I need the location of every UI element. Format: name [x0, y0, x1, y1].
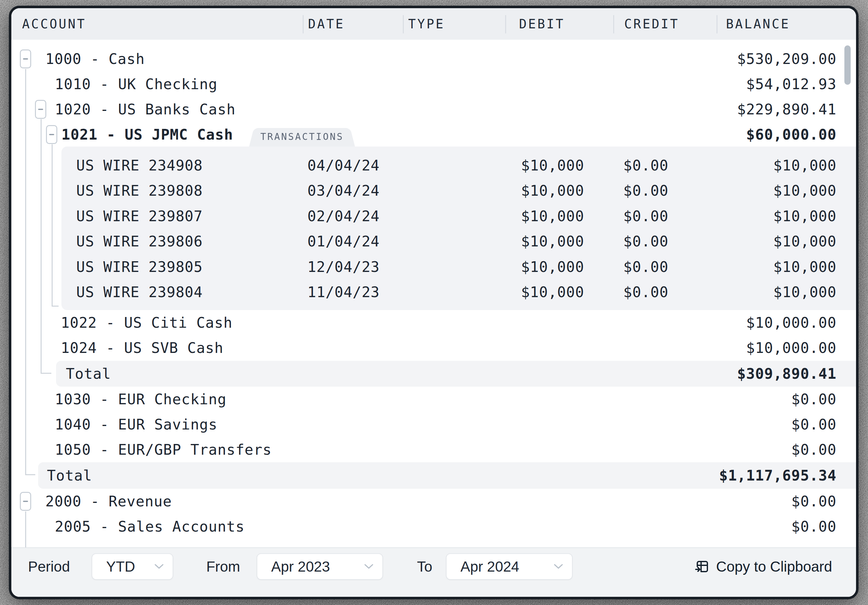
transaction-balance: $10,000	[773, 258, 837, 275]
account-row-2005[interactable]: 2005 - Sales Accounts $0.00	[11, 514, 856, 539]
to-label: To	[417, 558, 432, 575]
to-value: Apr 2024	[460, 558, 519, 575]
account-balance: $530,209.00	[737, 50, 837, 67]
chevron-down-icon	[154, 564, 164, 569]
transaction-debit: $10,000	[521, 258, 584, 275]
account-balance: $10,000.00	[746, 314, 837, 331]
transaction-credit: $0.00	[623, 208, 668, 225]
transaction-balance: $10,000	[773, 157, 837, 174]
account-label: 1021 - US JPMC Cash	[61, 126, 233, 143]
account-row-1020[interactable]: 1020 - US Banks Cash $229,890.41	[11, 97, 856, 122]
copy-table-icon	[695, 559, 710, 574]
account-row-1022[interactable]: 1022 - US Citi Cash $10,000.00	[11, 310, 856, 335]
period-dropdown[interactable]: YTD	[91, 553, 173, 580]
transaction-credit: $0.00	[623, 258, 668, 275]
scrollbar-thumb[interactable]	[845, 45, 851, 85]
transaction-debit: $10,000	[521, 284, 584, 301]
transactions-tab-label: TRANSACTIONS	[249, 126, 355, 147]
transaction-credit: $0.00	[623, 233, 668, 250]
from-value: Apr 2023	[271, 558, 330, 575]
tree-connector-grand-total	[25, 474, 35, 475]
transaction-row[interactable]: US WIRE 234908 04/04/24 $10,000 $0.00 $1…	[61, 153, 856, 178]
transaction-balance: $10,000	[773, 284, 837, 301]
grand-total-label: Total	[47, 467, 92, 484]
transaction-description: US WIRE 239806	[76, 233, 203, 250]
transaction-row[interactable]: US WIRE 239807 02/04/24 $10,000 $0.00 $1…	[61, 203, 856, 229]
account-balance: $60,000.00	[746, 126, 837, 143]
transaction-balance: $10,000	[773, 182, 837, 199]
collapse-toggle-icon[interactable]	[20, 492, 31, 511]
account-label: 2005 - Sales Accounts	[55, 518, 245, 535]
tree-connector-sub-total	[40, 373, 51, 374]
transaction-balance: $10,000	[773, 233, 837, 250]
column-separator	[716, 15, 718, 33]
account-balance: $229,890.41	[737, 101, 837, 118]
account-row-1030[interactable]: 1030 - EUR Checking $0.00	[11, 386, 856, 412]
transaction-row[interactable]: US WIRE 239808 03/04/24 $10,000 $0.00 $1…	[61, 178, 856, 203]
transaction-debit: $10,000	[521, 182, 584, 199]
account-row-1050[interactable]: 1050 - EUR/GBP Transfers $0.00	[11, 437, 856, 462]
tree-line-level2	[52, 144, 53, 306]
account-label: 1024 - US SVB Cash	[61, 340, 223, 356]
copy-to-clipboard-button[interactable]: Copy to Clipboard	[695, 553, 832, 580]
account-label: 1040 - EUR Savings	[55, 416, 218, 433]
account-row-1040[interactable]: 1040 - EUR Savings $0.00	[11, 412, 856, 437]
collapse-toggle-icon[interactable]	[35, 100, 46, 119]
account-label: 1010 - UK Checking	[55, 76, 218, 93]
account-label: 2000 - Revenue	[45, 493, 172, 510]
transaction-credit: $0.00	[623, 284, 668, 301]
transaction-description: US WIRE 239805	[76, 258, 203, 275]
transaction-row[interactable]: US WIRE 239805 12/04/23 $10,000 $0.00 $1…	[61, 254, 856, 279]
transaction-date: 01/04/24	[307, 233, 380, 250]
table-header: ACCOUNT DATE TYPE DEBIT CREDIT BALANCE	[11, 8, 856, 40]
subtotal-balance: $309,890.41	[737, 365, 837, 382]
period-label: Period	[28, 558, 70, 575]
transactions-panel: US WIRE 234908 04/04/24 $10,000 $0.00 $1…	[61, 147, 856, 310]
subtotal-label: Total	[66, 365, 111, 382]
account-label: 1050 - EUR/GBP Transfers	[55, 441, 272, 458]
column-header-date: DATE	[308, 8, 344, 40]
account-row-2000[interactable]: 2000 - Revenue $0.00	[11, 489, 856, 514]
transaction-row[interactable]: US WIRE 239806 01/04/24 $10,000 $0.00 $1…	[61, 229, 856, 254]
transaction-description: US WIRE 239808	[76, 182, 203, 199]
transaction-date: 11/04/23	[307, 284, 380, 301]
from-label: From	[206, 558, 240, 575]
account-label: 1020 - US Banks Cash	[55, 101, 236, 118]
account-row-1024[interactable]: 1024 - US SVB Cash $10,000.00	[11, 335, 856, 360]
grand-total-balance: $1,117,695.34	[719, 467, 837, 484]
transaction-description: US WIRE 239804	[76, 284, 203, 301]
transaction-credit: $0.00	[623, 182, 668, 199]
transaction-debit: $10,000	[521, 208, 584, 225]
transaction-date: 04/04/24	[307, 157, 380, 174]
transaction-debit: $10,000	[521, 157, 584, 174]
transaction-description: US WIRE 239807	[76, 208, 203, 225]
account-balance: $54,012.93	[746, 76, 837, 93]
period-value: YTD	[106, 558, 135, 575]
account-row-1000[interactable]: 1000 - Cash $530,209.00	[11, 46, 856, 71]
transaction-row[interactable]: US WIRE 239804 11/04/23 $10,000 $0.00 $1…	[61, 279, 856, 305]
account-balance: $0.00	[792, 518, 837, 535]
transaction-date: 02/04/24	[307, 208, 380, 225]
account-row-1021[interactable]: 1021 - US JPMC Cash $60,000.00	[11, 122, 856, 147]
to-dropdown[interactable]: Apr 2024	[446, 553, 573, 580]
account-balance: $0.00	[792, 493, 837, 510]
column-header-type: TYPE	[408, 8, 445, 40]
transaction-date: 12/04/23	[307, 258, 380, 275]
column-header-credit: CREDIT	[624, 8, 679, 40]
tree-connector-transactions	[52, 306, 59, 307]
transaction-date: 03/04/24	[307, 182, 380, 199]
account-balance: $10,000.00	[746, 340, 837, 356]
transaction-description: US WIRE 234908	[76, 157, 203, 174]
accounts-window: ACCOUNT DATE TYPE DEBIT CREDIT BALANCE 1…	[9, 6, 859, 599]
collapse-toggle-icon[interactable]	[20, 50, 31, 68]
column-header-account: ACCOUNT	[22, 8, 86, 40]
column-separator	[505, 15, 506, 33]
from-dropdown[interactable]: Apr 2023	[257, 553, 383, 580]
account-row-1010[interactable]: 1010 - UK Checking $54,012.93	[11, 71, 856, 97]
collapse-toggle-icon[interactable]	[46, 125, 57, 144]
column-separator	[303, 15, 304, 33]
column-header-balance: BALANCE	[726, 8, 790, 40]
account-balance: $0.00	[792, 416, 837, 433]
account-balance: $0.00	[792, 391, 837, 408]
account-label: 1022 - US Citi Cash	[61, 314, 232, 331]
